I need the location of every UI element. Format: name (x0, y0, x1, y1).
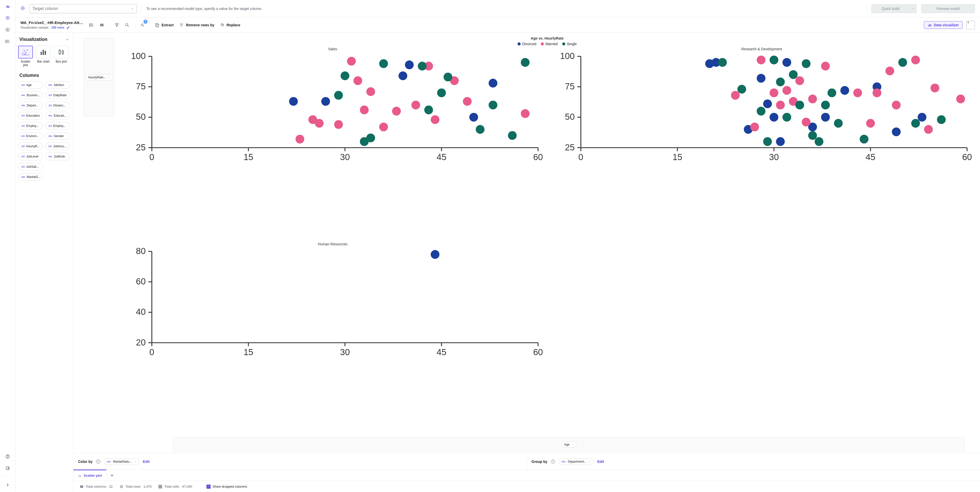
svg-point-154 (815, 137, 823, 146)
svg-point-28 (24, 53, 25, 54)
column-pill[interactable]: 123DailyRate (45, 91, 70, 99)
viz-type-box-plot[interactable]: Box plot (54, 46, 69, 67)
x-axis-dropzone[interactable]: Age (173, 437, 965, 452)
svg-rect-29 (41, 52, 42, 55)
svg-rect-15 (102, 24, 102, 26)
svg-text:25: 25 (136, 142, 146, 152)
filter-icon[interactable] (113, 21, 121, 29)
app-logo-icon[interactable] (4, 3, 11, 10)
svg-point-144 (737, 85, 746, 94)
edit-sample-icon[interactable] (66, 26, 70, 29)
column-pill[interactable]: 123Employ... (45, 122, 70, 130)
sort-icon[interactable]: 3 (138, 21, 146, 29)
chart-title: Age vs. HourlyRate (122, 36, 972, 40)
column-pill[interactable]: 123Environ... (18, 132, 43, 140)
show-dropped-toggle[interactable]: ✓ Show dropped columns (207, 485, 247, 489)
column-pill[interactable]: AbcBusines... (18, 91, 43, 99)
svg-point-128 (783, 86, 791, 95)
viz-type-scatter-plot[interactable]: Scatter plot (18, 46, 33, 67)
column-pill[interactable]: 123JobLevel (18, 153, 43, 160)
column-pill[interactable]: 123HourlyR... (18, 142, 43, 150)
y-axis-pill[interactable]: HourlyRate... (85, 74, 113, 80)
list-icon[interactable] (4, 38, 11, 45)
svg-text:50: 50 (136, 112, 146, 121)
group-by-edit[interactable]: Edit (597, 460, 604, 464)
add-tab-button[interactable]: ＋ (107, 470, 118, 481)
color-by-edit[interactable]: Edit (143, 460, 150, 464)
svg-point-58 (469, 113, 478, 121)
autopilot-icon[interactable] (4, 26, 11, 33)
svg-rect-30 (43, 50, 44, 55)
svg-point-56 (398, 72, 407, 80)
group-by-select[interactable]: Abc Department... (558, 458, 594, 465)
color-by-select[interactable]: Abc MaritalStatu... (104, 458, 139, 465)
column-pill[interactable]: AbcGender (45, 132, 70, 140)
transform-group: Extract Remove rows by Replace (153, 22, 242, 28)
svg-point-4 (5, 41, 6, 41)
svg-point-136 (873, 89, 881, 97)
help-icon[interactable] (4, 453, 11, 460)
svg-rect-31 (45, 51, 46, 55)
svg-text:100: 100 (131, 51, 146, 61)
search-icon[interactable] (123, 21, 131, 29)
svg-point-79 (366, 134, 375, 142)
svg-point-27 (27, 49, 28, 51)
remove-rows-button[interactable]: Remove rows by (178, 22, 216, 28)
rows-view-icon[interactable] (88, 21, 95, 29)
export-icon[interactable] (4, 465, 11, 472)
svg-text:15: 15 (243, 152, 253, 162)
target-column-select[interactable]: Target column (30, 4, 137, 13)
target-icon[interactable] (4, 14, 11, 21)
data-visualizer-button[interactable]: Data visualizer (924, 21, 963, 29)
svg-point-185 (80, 476, 81, 476)
extract-button[interactable]: Extract (153, 22, 175, 28)
column-pill[interactable]: 123Employ... (18, 122, 43, 130)
svg-point-1 (7, 18, 8, 18)
column-pill[interactable]: AbcMaritalS... (18, 173, 43, 181)
svg-point-63 (334, 120, 343, 129)
column-pill[interactable]: 123JobInvo... (45, 142, 70, 150)
svg-point-55 (321, 97, 330, 106)
column-pill[interactable]: 123Age (18, 81, 43, 89)
column-pill[interactable]: 123Distanc... (45, 102, 70, 109)
column-pill[interactable]: AbcEducati... (45, 112, 70, 119)
facet: Research & Development255075100015304560 (551, 47, 972, 241)
chevron-down-icon[interactable] (65, 38, 69, 41)
svg-point-70 (411, 100, 420, 109)
columns-icon (80, 485, 84, 489)
checkbox-icon[interactable]: ✓ (207, 485, 210, 489)
legend-item[interactable]: Single (562, 42, 577, 46)
group-by-label: Group by (531, 460, 547, 464)
info-icon[interactable]: i (96, 460, 100, 464)
svg-point-126 (770, 89, 778, 97)
legend-item[interactable]: Married (541, 42, 557, 46)
column-pill[interactable]: AbcAttrition (45, 81, 70, 89)
svg-text:15: 15 (673, 152, 682, 162)
y-axis-dropzone[interactable]: HourlyRate... (84, 38, 115, 117)
svg-point-146 (763, 137, 772, 146)
info-icon[interactable]: i (551, 460, 555, 464)
replace-button[interactable]: Replace (218, 22, 242, 28)
visualization-heading: Visualization (18, 36, 71, 45)
svg-point-133 (821, 62, 830, 70)
legend-item[interactable]: Divorced (517, 42, 536, 46)
svg-point-135 (866, 119, 875, 127)
expand-icon[interactable] (4, 481, 11, 489)
column-pill[interactable]: 123JobSati... (18, 163, 43, 170)
column-pill[interactable]: AbcDepart... (18, 102, 43, 109)
svg-point-143 (718, 58, 727, 67)
svg-text:100: 100 (560, 51, 575, 61)
expand-panel-icon[interactable] (966, 21, 975, 29)
svg-point-60 (296, 135, 304, 143)
column-pill[interactable]: AbcJobRole (45, 153, 70, 160)
tab-scatter-plot[interactable]: Scatter plot (73, 470, 107, 481)
svg-point-88 (521, 58, 530, 67)
svg-point-3 (5, 40, 6, 41)
sample-value-link[interactable]: 100 rows (51, 26, 64, 29)
viz-type-bar-chart[interactable]: Bar chart (36, 46, 51, 67)
svg-text:40: 40 (136, 307, 146, 317)
svg-point-124 (750, 123, 759, 131)
columns-view-icon[interactable] (98, 21, 106, 29)
column-pill[interactable]: 123Education (18, 112, 43, 119)
x-axis-pill[interactable]: Age (561, 441, 576, 447)
